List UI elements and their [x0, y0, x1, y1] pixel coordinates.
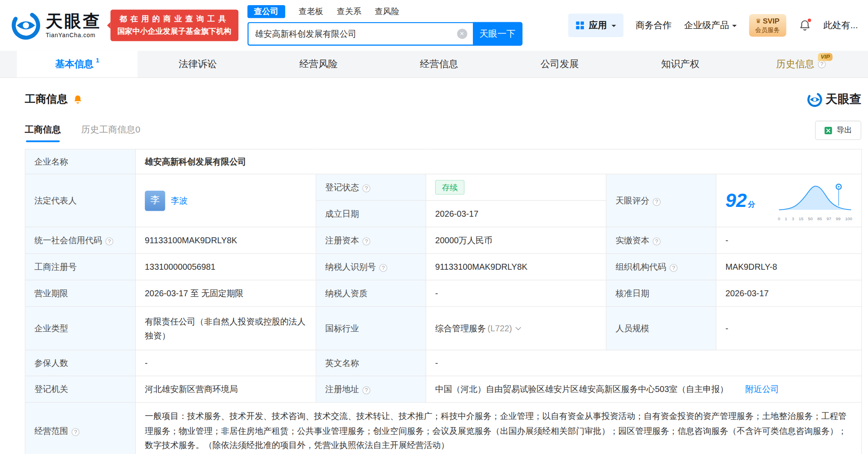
- clear-icon[interactable]: ×: [457, 29, 467, 39]
- label-company-type: 企业类型: [25, 307, 136, 350]
- search-tab-company[interactable]: 查公司: [247, 5, 285, 18]
- help-icon[interactable]: ?: [72, 428, 79, 436]
- header: 天眼查 TianYanCha.com 都在用的商业查询工具 国家中小企业发展子基…: [0, 0, 868, 51]
- value-score: 92分 0131550859799100: [716, 174, 861, 227]
- chevron-down-icon[interactable]: [516, 325, 521, 330]
- tianyancha-logo[interactable]: 天眼查 TianYanCha.com: [11, 11, 101, 40]
- value-legal-rep: 李 李波: [135, 174, 316, 227]
- search-area: 查公司 查老板 查关系 查风险 × 天眼一下: [247, 5, 522, 46]
- enterprise-product-link[interactable]: 企业级产品: [684, 20, 736, 32]
- search-tabs: 查公司 查老板 查关系 查风险: [247, 5, 522, 18]
- help-icon[interactable]: ?: [818, 60, 826, 68]
- tab-basic-info-count: 1: [96, 57, 99, 64]
- value-reg-status: 存续: [426, 174, 606, 200]
- label-staff-size: 人员规模: [606, 307, 716, 350]
- promo-line2: 国家中小企业发展子基金旗下机构: [117, 25, 231, 37]
- notification-dot: [807, 18, 812, 23]
- label-reg-number: 工商注册号: [25, 254, 136, 280]
- search-tab-risk[interactable]: 查风险: [375, 6, 399, 17]
- help-icon[interactable]: ?: [362, 185, 370, 192]
- value-industry: 综合管理服务(L722): [426, 307, 606, 350]
- section-title: 工商信息: [25, 92, 67, 106]
- tab-operating-risk[interactable]: 经营风险: [258, 51, 378, 77]
- tab-basic-info[interactable]: 基本信息 1: [17, 51, 138, 77]
- value-english-name: -: [426, 350, 862, 376]
- brand-name: 天眼查: [46, 13, 102, 30]
- tab-history-info[interactable]: VIP 历史信息 ?: [741, 51, 861, 77]
- value-reg-number: 133100000056981: [135, 254, 316, 280]
- tab-company-development[interactable]: 公司发展: [499, 51, 620, 77]
- svip-label: SVIP: [763, 16, 780, 26]
- chevron-down-icon: [732, 24, 737, 29]
- label-legal-rep: 法定代表人: [25, 174, 136, 227]
- search-input[interactable]: [248, 29, 457, 38]
- search-tab-relation[interactable]: 查关系: [337, 6, 361, 17]
- excel-icon: [824, 126, 833, 135]
- label-reg-authority: 登记机关: [25, 376, 136, 402]
- grid-icon: [575, 21, 584, 30]
- company-nav-tabs: 基本信息 1 法律诉讼 经营风险 经营信息 公司发展 知识产权 VIP 历史信息…: [0, 51, 868, 78]
- value-credit-code: 91133100MAK9DRLY8K: [135, 227, 316, 254]
- apps-button[interactable]: 应用: [568, 14, 623, 37]
- section-title-row: 工商信息: [25, 92, 83, 106]
- promo-banner: 都在用的商业查询工具 国家中小企业发展子基金旗下机构: [111, 10, 238, 41]
- tab-operating-info[interactable]: 经营信息: [379, 51, 499, 77]
- help-icon[interactable]: ?: [379, 264, 387, 272]
- score-chart-axis: 0131550859799100: [778, 217, 852, 221]
- svip-member-badge[interactable]: ♛ SVIP 会员服务: [749, 14, 786, 37]
- score-number[interactable]: 92分: [725, 184, 755, 217]
- value-company-type: 有限责任公司（非自然人投资或控股的法人独资）: [135, 307, 316, 350]
- tianyancha-watermark: 天眼查: [807, 91, 862, 107]
- value-taxpayer-quality: -: [426, 280, 606, 307]
- tab-legal-proceedings[interactable]: 法律诉讼: [138, 51, 258, 77]
- value-approval-date: 2026-03-17: [716, 280, 861, 307]
- help-icon[interactable]: ?: [362, 238, 370, 245]
- value-business-scope: 一般项目：技术服务、技术开发、技术咨询、技术交流、技术转让、技术推广；科技中介服…: [135, 402, 862, 454]
- value-taxpayer-id: 91133100MAK9DRLY8K: [426, 254, 606, 280]
- value-insured: -: [135, 350, 316, 376]
- nearby-companies-link[interactable]: 附近公司: [745, 384, 779, 394]
- label-english-name: 英文名称: [316, 350, 426, 376]
- search-tab-boss[interactable]: 查老板: [299, 6, 323, 17]
- vip-badge: VIP: [818, 53, 833, 61]
- page: 天眼查 TianYanCha.com 都在用的商业查询工具 国家中小企业发展子基…: [0, 0, 868, 454]
- help-icon[interactable]: ?: [653, 198, 660, 206]
- help-icon[interactable]: ?: [362, 386, 370, 394]
- biz-coop-link[interactable]: 商务合作: [636, 20, 672, 32]
- label-address: 注册地址?: [316, 376, 426, 402]
- tianyancha-watermark-icon: [807, 91, 823, 107]
- business-info-table: 企业名称 雄安高新科创发展有限公司 法定代表人 李 李波: [25, 149, 862, 454]
- apps-label: 应用: [589, 20, 607, 32]
- tianyancha-logo-icon: [11, 11, 41, 40]
- subtab-business-info[interactable]: 工商信息: [25, 124, 61, 142]
- label-credit-code: 统一社会信用代码?: [25, 227, 136, 254]
- search-box: ×: [247, 22, 473, 45]
- notification-bell[interactable]: [798, 19, 811, 32]
- help-icon[interactable]: ?: [653, 238, 660, 245]
- value-est-date: 2026-03-17: [426, 200, 606, 227]
- more-surprise-link[interactable]: 此处有...: [823, 20, 858, 32]
- header-right-nav: 应用 商务合作 企业级产品 ♛ SVIP 会员服务: [568, 14, 858, 37]
- tab-intellectual-property[interactable]: 知识产权: [620, 51, 740, 77]
- brand-domain: TianYanCha.com: [46, 31, 102, 38]
- legal-rep-avatar[interactable]: 李: [145, 190, 165, 211]
- svip-sublabel: 会员服务: [755, 26, 780, 35]
- value-business-term: 2026-03-17 至 无固定期限: [135, 280, 316, 307]
- subscribe-bell-icon[interactable]: [73, 94, 83, 104]
- subtab-history-business-info[interactable]: 历史工商信息0: [81, 124, 140, 142]
- search-button[interactable]: 天眼一下: [472, 22, 522, 45]
- legal-rep-link[interactable]: 李波: [171, 193, 188, 208]
- main-content: 工商信息 天眼查 工商信息 历史工商信息0: [0, 91, 868, 454]
- label-reg-status: 登记状态?: [316, 174, 426, 200]
- label-reg-capital: 注册资本?: [316, 227, 426, 254]
- label-score: 天眼评分?: [606, 174, 716, 227]
- help-icon[interactable]: ?: [106, 238, 113, 245]
- value-address: 中国（河北）自由贸易试验区雄安片区雄安高新区服务中心503室（自主申报） 附近公…: [426, 376, 862, 402]
- help-icon[interactable]: ?: [670, 264, 677, 272]
- label-insured: 参保人数: [25, 350, 136, 376]
- chevron-down-icon: [611, 24, 616, 29]
- value-company-name: 雄安高新科创发展有限公司: [135, 149, 862, 174]
- label-business-scope: 经营范围?: [25, 402, 136, 454]
- export-button[interactable]: 导出: [815, 121, 861, 140]
- score-curve-chart: 0131550859799100: [778, 180, 852, 221]
